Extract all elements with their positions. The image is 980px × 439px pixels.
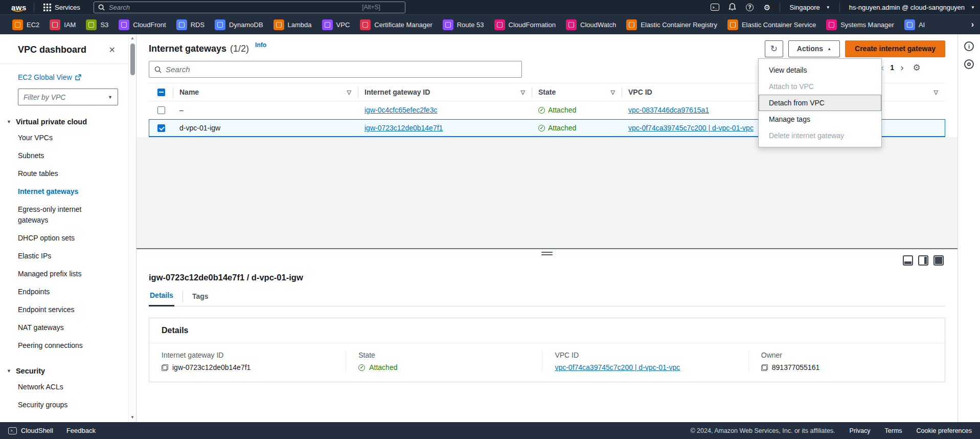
favorite-systems-manager[interactable]: Systems Manager [821,19,899,30]
panel-maximize-button[interactable] [933,255,944,266]
favorite-ecr[interactable]: Elastic Container Registry [621,19,722,30]
menu-item-manage-tags[interactable]: Manage tags [759,111,881,127]
cloudshell-button[interactable]: >_ [706,0,723,14]
select-all-checkbox[interactable] [157,89,165,96]
favorite-ec2[interactable]: EC2 [7,19,44,30]
ec2-global-view-link[interactable]: EC2 Global View [18,73,81,81]
favorite-dynamodb[interactable]: DynamoDB [210,19,268,30]
privacy-link[interactable]: Privacy [850,427,871,434]
scroll-up-arrow[interactable]: ▲ [129,36,136,40]
vpc-id-link[interactable]: vpc-0837446dca97615a1 [628,106,709,114]
next-page-button[interactable]: › [900,62,903,73]
row-checkbox-checked[interactable] [157,124,165,132]
info-link[interactable]: Info [255,41,266,49]
sidebar-item-subnets[interactable]: Subnets [18,147,107,165]
vpc-id-link[interactable]: vpc-0f74ca39745c7c200 | d-vpc-01-vpc [555,363,680,371]
global-search-box[interactable]: [Alt+S] [94,2,405,13]
sidebar-scrollbar[interactable]: ▲ ▼ [128,34,136,422]
sidebar-item-route-tables[interactable]: Route tables [18,165,107,183]
create-internet-gateway-button[interactable]: Create internet gateway [845,40,945,57]
sort-icon[interactable]: ▽ [611,89,615,96]
panel-position-bottom-button[interactable] [903,255,913,266]
search-icon [98,4,105,11]
scroll-down-arrow[interactable]: ▼ [129,415,136,420]
menu-item-detach-from-vpc[interactable]: Detach from VPC [759,95,881,111]
favorite-certificate-manager[interactable]: Certificate Manager [355,19,437,30]
account-menu[interactable]: hs-nguyen.admin @ cloud-sangnguyen ▼ [844,0,980,14]
sidebar-item-security-groups[interactable]: Security groups [18,396,107,414]
favorite-label: S3 [100,21,108,29]
copy-icon[interactable] [162,364,168,371]
cookie-preferences-link[interactable]: Cookie preferences [917,427,972,434]
favorite-cloudwatch[interactable]: CloudWatch [561,19,621,30]
copy-icon[interactable] [761,364,768,371]
settings-button[interactable]: ⚙ [758,0,776,14]
sidebar-item-endpoint-services[interactable]: Endpoint services [18,301,107,319]
sidebar-item-endpoints[interactable]: Endpoints [18,283,107,301]
sidebar-item-elastic-ips[interactable]: Elastic IPs [18,247,107,265]
favorite-s3[interactable]: S3 [81,19,113,30]
favorite-ecs[interactable]: Elastic Container Service [722,19,821,30]
global-search-input[interactable] [109,4,358,11]
sidebar-item-nat-gateways[interactable]: NAT gateways [18,319,107,337]
igw-id-link[interactable]: igw-0c4cfc65efec2fe3c [364,106,437,114]
favorite-ai[interactable]: AI [899,19,930,30]
igw-id-link[interactable]: igw-0723c12de0b14e7f1 [364,124,443,132]
info-panel-icon[interactable]: i [964,41,974,51]
sidebar-item-network-acls[interactable]: Network ACLs [18,378,107,396]
favorite-iam[interactable]: IAM [44,19,81,30]
current-page[interactable]: 1 [890,63,894,72]
chevron-down-icon: ▼ [7,368,11,374]
panel-position-side-button[interactable] [918,255,928,266]
section-security[interactable]: ▼ Security [7,367,123,375]
region-selector[interactable]: Singapore ▼ [784,0,835,14]
table-search-input[interactable] [166,65,516,74]
sidebar-item-egress-only-internet-gateways[interactable]: Egress-only internet gateways [18,201,107,229]
health-panel-icon[interactable] [964,59,974,69]
tab-tags[interactable]: Tags [191,292,210,306]
favorite-rds[interactable]: RDS [171,19,210,30]
sort-icon[interactable]: ▽ [934,89,938,96]
table-preferences-gear-icon[interactable]: ⚙ [913,62,920,73]
favorite-route53[interactable]: Route 53 [438,19,489,30]
favorite-cloudformation[interactable]: CloudFormation [489,19,561,30]
help-button[interactable]: ? [741,0,758,14]
tab-details[interactable]: Details [149,291,174,306]
terms-link[interactable]: Terms [885,427,902,434]
sort-icon[interactable]: ▽ [347,89,351,96]
column-header-state[interactable]: State▽ [532,83,622,101]
actions-button[interactable]: Actions ▲ [788,40,840,57]
vpc-id-link[interactable]: vpc-0f74ca39745c7c200 | d-vpc-01-vpc [628,124,754,132]
details-card-title: Details [149,318,945,343]
favorite-cloudfront[interactable]: CloudFront [113,19,171,30]
favorites-overflow-chevron[interactable]: › [968,15,977,34]
notifications-button[interactable] [723,0,741,14]
section-virtual-private-cloud[interactable]: ▼ Virtual private cloud [7,118,123,126]
cloudshell-terminal-icon: >_ [711,4,719,11]
footer-cloudshell-button[interactable]: >_ CloudShell [8,427,53,434]
feedback-link[interactable]: Feedback [66,427,96,434]
menu-item-view-details[interactable]: View details [759,62,881,78]
sidebar-item-managed-prefix-lists[interactable]: Managed prefix lists [18,265,107,283]
scrollbar-thumb[interactable] [130,43,135,75]
split-drag-handle[interactable] [541,252,553,255]
sidebar-item-dhcp-option-sets[interactable]: DHCP option sets [18,229,107,247]
sidebar-item-internet-gateways[interactable]: Internet gateways [18,183,107,201]
services-menu-button[interactable]: Services [38,0,85,14]
refresh-button[interactable]: ↻ [765,40,783,57]
row-checkbox[interactable] [157,106,165,114]
chevron-down-icon: ▼ [7,119,11,124]
table-search-box[interactable] [149,61,522,78]
sidebar-item-peering-connections[interactable]: Peering connections [18,337,107,355]
sidebar-item-your-vpcs[interactable]: Your VPCs [18,129,107,147]
favorite-lambda[interactable]: Lambda [268,19,317,30]
column-header-igw-id[interactable]: Internet gateway ID▽ [358,83,532,101]
filter-by-vpc-select[interactable]: Filter by VPC ▼ [18,89,118,105]
favorite-vpc[interactable]: VPC [317,19,355,30]
chevron-down-icon: ▼ [108,95,112,100]
close-icon[interactable]: ✕ [109,45,116,55]
column-header-name[interactable]: Name▽ [173,83,358,101]
aws-logo[interactable]: aws [7,3,30,12]
sort-icon[interactable]: ▽ [521,89,525,96]
cloudshell-label: CloudShell [21,427,53,434]
